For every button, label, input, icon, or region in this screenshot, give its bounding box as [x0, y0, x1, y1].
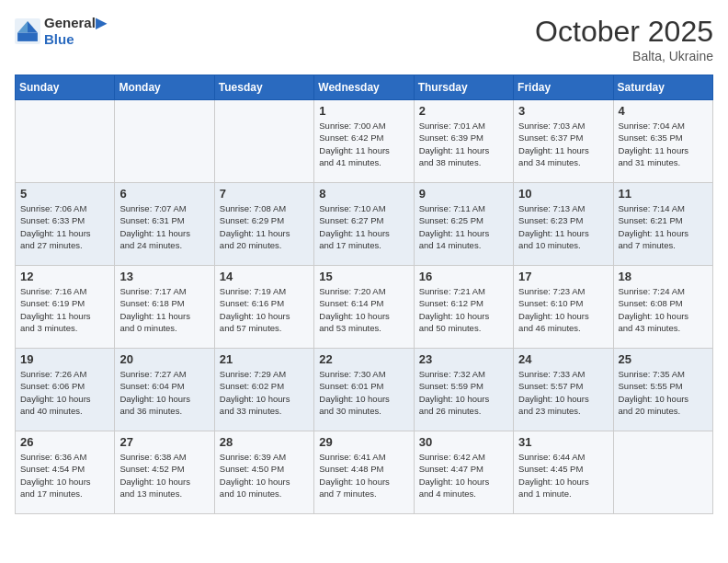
calendar-cell: 27Sunrise: 6:38 AM Sunset: 4:52 PM Dayli… [115, 431, 214, 514]
day-info: Sunrise: 7:20 AM Sunset: 6:14 PM Dayligh… [319, 285, 408, 334]
calendar-cell: 13Sunrise: 7:17 AM Sunset: 6:18 PM Dayli… [115, 266, 214, 349]
calendar-cell: 10Sunrise: 7:13 AM Sunset: 6:23 PM Dayli… [514, 183, 613, 266]
weekday-header-sunday: Sunday [16, 75, 115, 100]
day-number: 1 [319, 104, 408, 118]
day-info: Sunrise: 6:44 AM Sunset: 4:45 PM Dayligh… [518, 451, 608, 500]
calendar-week-3: 12Sunrise: 7:16 AM Sunset: 6:19 PM Dayli… [16, 266, 713, 349]
day-info: Sunrise: 7:08 AM Sunset: 6:29 PM Dayligh… [220, 202, 309, 251]
calendar-week-1: 1Sunrise: 7:00 AM Sunset: 6:42 PM Daylig… [16, 100, 713, 183]
calendar-cell: 19Sunrise: 7:26 AM Sunset: 6:06 PM Dayli… [16, 349, 115, 431]
day-info: Sunrise: 7:19 AM Sunset: 6:16 PM Dayligh… [220, 285, 309, 334]
day-info: Sunrise: 7:04 AM Sunset: 6:35 PM Dayligh… [619, 120, 708, 168]
weekday-header-wednesday: Wednesday [314, 75, 414, 100]
day-number: 3 [518, 104, 608, 118]
day-number: 27 [119, 435, 209, 449]
day-number: 22 [319, 352, 408, 366]
day-info: Sunrise: 6:41 AM Sunset: 4:48 PM Dayligh… [319, 451, 408, 500]
day-info: Sunrise: 7:10 AM Sunset: 6:27 PM Dayligh… [319, 202, 408, 251]
calendar-cell: 23Sunrise: 7:32 AM Sunset: 5:59 PM Dayli… [414, 349, 513, 431]
day-info: Sunrise: 6:42 AM Sunset: 4:47 PM Dayligh… [419, 451, 508, 500]
calendar-cell: 9Sunrise: 7:11 AM Sunset: 6:25 PM Daylig… [414, 183, 513, 266]
day-info: Sunrise: 7:11 AM Sunset: 6:25 PM Dayligh… [419, 202, 508, 251]
day-number: 30 [419, 435, 508, 449]
calendar-week-5: 26Sunrise: 6:36 AM Sunset: 4:54 PM Dayli… [16, 431, 713, 514]
page-header: General▶ Blue October 2025 Balta, Ukrain… [15, 15, 713, 63]
day-number: 25 [619, 352, 708, 366]
logo: General▶ Blue [15, 15, 107, 48]
calendar-cell: 22Sunrise: 7:30 AM Sunset: 6:01 PM Dayli… [314, 349, 414, 431]
day-number: 16 [419, 270, 508, 283]
calendar-cell: 4Sunrise: 7:04 AM Sunset: 6:35 PM Daylig… [613, 100, 712, 183]
weekday-header-friday: Friday [514, 75, 613, 100]
calendar-cell: 24Sunrise: 7:33 AM Sunset: 5:57 PM Dayli… [514, 349, 613, 431]
logo-icon [15, 18, 40, 44]
calendar-cell: 31Sunrise: 6:44 AM Sunset: 4:45 PM Dayli… [514, 431, 613, 514]
day-info: Sunrise: 7:03 AM Sunset: 6:37 PM Dayligh… [518, 120, 608, 168]
calendar-table: SundayMondayTuesdayWednesdayThursdayFrid… [15, 75, 713, 514]
day-info: Sunrise: 7:14 AM Sunset: 6:21 PM Dayligh… [619, 202, 708, 251]
svg-rect-3 [17, 33, 38, 41]
weekday-header-thursday: Thursday [414, 75, 513, 100]
weekday-header-saturday: Saturday [613, 75, 712, 100]
day-info: Sunrise: 7:32 AM Sunset: 5:59 PM Dayligh… [419, 368, 508, 417]
calendar-cell [613, 431, 712, 514]
calendar-cell: 11Sunrise: 7:14 AM Sunset: 6:21 PM Dayli… [613, 183, 712, 266]
day-number: 18 [619, 270, 708, 283]
day-info: Sunrise: 6:39 AM Sunset: 4:50 PM Dayligh… [220, 451, 309, 500]
day-number: 19 [20, 352, 109, 366]
calendar-cell: 12Sunrise: 7:16 AM Sunset: 6:19 PM Dayli… [16, 266, 115, 349]
day-number: 10 [518, 187, 608, 201]
weekday-header-monday: Monday [115, 75, 214, 100]
calendar-cell: 28Sunrise: 6:39 AM Sunset: 4:50 PM Dayli… [214, 431, 313, 514]
calendar-cell: 16Sunrise: 7:21 AM Sunset: 6:12 PM Dayli… [414, 266, 513, 349]
day-info: Sunrise: 6:36 AM Sunset: 4:54 PM Dayligh… [20, 451, 109, 500]
day-info: Sunrise: 7:35 AM Sunset: 5:55 PM Dayligh… [619, 368, 708, 417]
day-info: Sunrise: 7:30 AM Sunset: 6:01 PM Dayligh… [319, 368, 408, 417]
day-number: 26 [20, 435, 109, 449]
day-number: 14 [220, 270, 309, 283]
weekday-header-row: SundayMondayTuesdayWednesdayThursdayFrid… [16, 75, 713, 100]
calendar-cell [115, 100, 214, 183]
calendar-cell: 5Sunrise: 7:06 AM Sunset: 6:33 PM Daylig… [16, 183, 115, 266]
calendar-cell: 14Sunrise: 7:19 AM Sunset: 6:16 PM Dayli… [214, 266, 313, 349]
day-number: 4 [619, 104, 708, 118]
day-number: 11 [619, 187, 708, 201]
day-info: Sunrise: 7:07 AM Sunset: 6:31 PM Dayligh… [119, 202, 209, 251]
calendar-cell: 21Sunrise: 7:29 AM Sunset: 6:02 PM Dayli… [214, 349, 313, 431]
day-number: 23 [419, 352, 508, 366]
day-number: 2 [419, 104, 508, 118]
title-block: October 2025 Balta, Ukraine [535, 15, 713, 63]
day-info: Sunrise: 7:16 AM Sunset: 6:19 PM Dayligh… [20, 285, 109, 334]
calendar-cell: 7Sunrise: 7:08 AM Sunset: 6:29 PM Daylig… [214, 183, 313, 266]
calendar-cell: 29Sunrise: 6:41 AM Sunset: 4:48 PM Dayli… [314, 431, 414, 514]
day-info: Sunrise: 7:00 AM Sunset: 6:42 PM Dayligh… [319, 120, 408, 168]
calendar-cell [214, 100, 313, 183]
day-number: 15 [319, 270, 408, 283]
day-number: 8 [319, 187, 408, 201]
day-info: Sunrise: 7:23 AM Sunset: 6:10 PM Dayligh… [518, 285, 608, 334]
logo-line1: General▶ [44, 15, 107, 31]
day-info: Sunrise: 7:29 AM Sunset: 6:02 PM Dayligh… [220, 368, 309, 417]
weekday-header-tuesday: Tuesday [214, 75, 313, 100]
calendar-cell: 3Sunrise: 7:03 AM Sunset: 6:37 PM Daylig… [514, 100, 613, 183]
day-number: 7 [220, 187, 309, 201]
day-number: 29 [319, 435, 408, 449]
day-info: Sunrise: 7:26 AM Sunset: 6:06 PM Dayligh… [20, 368, 109, 417]
calendar-cell: 8Sunrise: 7:10 AM Sunset: 6:27 PM Daylig… [314, 183, 414, 266]
calendar-cell: 17Sunrise: 7:23 AM Sunset: 6:10 PM Dayli… [514, 266, 613, 349]
calendar-week-4: 19Sunrise: 7:26 AM Sunset: 6:06 PM Dayli… [16, 349, 713, 431]
location: Balta, Ukraine [535, 49, 713, 63]
day-info: Sunrise: 7:13 AM Sunset: 6:23 PM Dayligh… [518, 202, 608, 251]
calendar-cell [16, 100, 115, 183]
day-info: Sunrise: 7:33 AM Sunset: 5:57 PM Dayligh… [518, 368, 608, 417]
day-info: Sunrise: 7:01 AM Sunset: 6:39 PM Dayligh… [419, 120, 508, 168]
day-number: 12 [20, 270, 109, 283]
calendar-cell: 26Sunrise: 6:36 AM Sunset: 4:54 PM Dayli… [16, 431, 115, 514]
calendar-cell: 15Sunrise: 7:20 AM Sunset: 6:14 PM Dayli… [314, 266, 414, 349]
calendar-week-2: 5Sunrise: 7:06 AM Sunset: 6:33 PM Daylig… [16, 183, 713, 266]
day-info: Sunrise: 7:06 AM Sunset: 6:33 PM Dayligh… [20, 202, 109, 251]
calendar-cell: 18Sunrise: 7:24 AM Sunset: 6:08 PM Dayli… [613, 266, 712, 349]
calendar-cell: 1Sunrise: 7:00 AM Sunset: 6:42 PM Daylig… [314, 100, 414, 183]
calendar-cell: 6Sunrise: 7:07 AM Sunset: 6:31 PM Daylig… [115, 183, 214, 266]
day-number: 13 [119, 270, 209, 283]
